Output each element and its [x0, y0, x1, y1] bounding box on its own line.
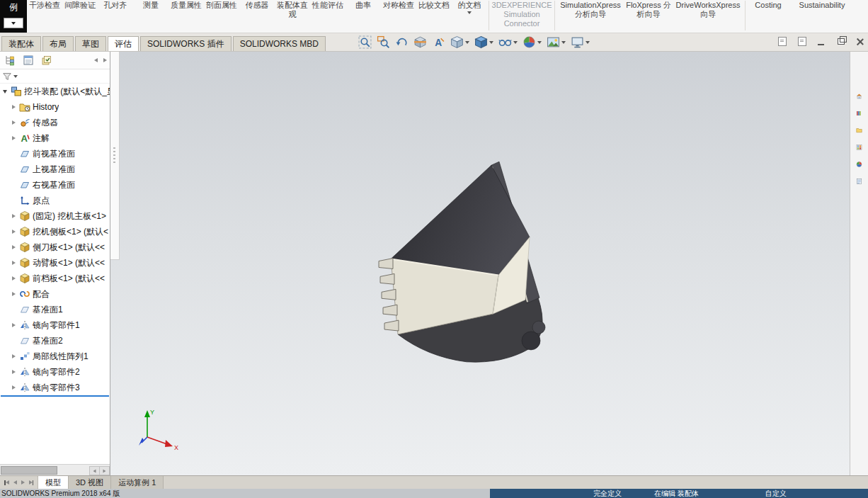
tab-sketch[interactable]: 草图	[75, 36, 106, 51]
expand-arrow[interactable]	[10, 105, 17, 109]
zoom-to-fit-button[interactable]	[358, 35, 372, 50]
tree-horizontal-scrollbar[interactable]	[0, 464, 110, 475]
corner-dropdown[interactable]	[4, 18, 23, 28]
expand-arrow[interactable]	[10, 292, 17, 296]
sensor-button[interactable]: 传感器	[240, 0, 274, 11]
expand-arrow[interactable]	[10, 214, 17, 218]
3dexperience-connector-button[interactable]: 3DEXPERIENCE Simulation Connector	[491, 0, 552, 29]
scroll-right-icon[interactable]	[103, 58, 107, 62]
solidworks-resources-button[interactable]	[852, 89, 867, 103]
assembly-visualization-button[interactable]: 装配体直观	[275, 0, 309, 20]
scroll-right-button[interactable]	[99, 466, 110, 475]
doc-tab-3d-views[interactable]: 3D 视图	[69, 476, 111, 489]
clearance-verification-button[interactable]: 间隙验证	[63, 0, 97, 11]
propertymanager-tab[interactable]	[21, 53, 35, 67]
tab-layout[interactable]: 布局	[42, 36, 74, 51]
tab-solidworks-addins[interactable]: SOLIDWORKS 插件	[140, 36, 232, 51]
zoom-to-area-button[interactable]	[376, 35, 391, 50]
tree-item-sensors[interactable]: 传感器	[0, 115, 110, 130]
symmetry-check-button[interactable]: 对称检查	[382, 0, 416, 11]
dynamic-annotation-views-button[interactable]	[431, 35, 446, 50]
tree-item-boom-board[interactable]: 动臂板<1> (默认<<	[0, 255, 110, 271]
tree-item-origin[interactable]: 原点	[0, 193, 110, 208]
restore-icon[interactable]	[838, 38, 845, 45]
apply-scene-button[interactable]	[546, 35, 566, 50]
section-view-button[interactable]	[413, 35, 428, 50]
expand-arrow[interactable]	[10, 354, 17, 358]
expand-arrow[interactable]	[10, 370, 17, 374]
interference-check-button[interactable]: 干涉检查	[28, 0, 62, 11]
featuremanager-flyout-splitter[interactable]	[110, 52, 120, 260]
expand-arrow[interactable]	[10, 136, 17, 140]
hole-alignment-button[interactable]: 孔对齐	[98, 0, 132, 11]
tree-item-history[interactable]: History	[0, 99, 110, 115]
scrollbar-thumb[interactable]	[1, 466, 57, 475]
tree-item-assembly-root[interactable]: 挖斗装配 (默认<默认_显	[0, 84, 110, 99]
previous-tab-button[interactable]	[13, 480, 17, 485]
mass-properties-button[interactable]: 质量属性	[169, 0, 203, 11]
scroll-left-button[interactable]	[89, 466, 100, 475]
filter-funnel-icon[interactable]	[2, 72, 12, 81]
simulationxpress-wizard-button[interactable]: SimulationXpress 分析向导	[557, 0, 624, 20]
scroll-left-icon[interactable]	[94, 58, 98, 62]
doc-tab-motion-study1[interactable]: 运动算例 1	[111, 476, 164, 489]
tree-item-annotations[interactable]: 注解	[0, 130, 110, 146]
minimize-icon[interactable]	[818, 44, 824, 45]
tab-evaluate[interactable]: 评估	[108, 36, 139, 51]
floxpress-wizard-button[interactable]: FloXpress 分析向导	[625, 0, 672, 20]
expand-arrow[interactable]	[10, 245, 17, 249]
hide-show-items-button[interactable]	[498, 35, 518, 50]
custom-properties-button[interactable]	[852, 174, 867, 188]
design-library-button[interactable]	[852, 106, 867, 120]
expand-arrow[interactable]	[10, 230, 17, 234]
tree-item-plane1[interactable]: 基准面1	[0, 302, 110, 317]
costing-button[interactable]: Costing	[748, 0, 789, 11]
last-tab-button[interactable]	[29, 480, 34, 485]
view-palette-button[interactable]	[852, 140, 867, 154]
compare-documents-button[interactable]: 比较文档	[417, 0, 451, 11]
tree-item-side-board[interactable]: 挖机侧板<1> (默认<	[0, 224, 110, 239]
featuremanager-tree-tab[interactable]	[3, 53, 17, 67]
tree-item-right-plane[interactable]: 右视基准面	[0, 177, 110, 193]
tree-item-local-linear-pattern1[interactable]: 局部线性阵列1	[0, 349, 110, 364]
view-settings-button[interactable]	[570, 35, 590, 50]
chevron-down-icon[interactable]	[13, 75, 18, 78]
expand-arrow[interactable]	[10, 261, 17, 265]
expand-arrow[interactable]	[10, 276, 17, 281]
model-canvas[interactable]	[110, 52, 850, 475]
doc-window-icon[interactable]	[798, 37, 806, 46]
tree-item-mirror-component3[interactable]: 镜向零部件3	[0, 380, 110, 395]
appearances-scenes-button[interactable]	[852, 157, 867, 171]
expand-arrow[interactable]	[10, 120, 17, 125]
sustainability-button[interactable]: Sustainability	[790, 0, 854, 11]
display-style-button[interactable]	[474, 35, 494, 50]
bucket-model[interactable]	[379, 162, 545, 362]
first-tab-button[interactable]	[4, 480, 9, 485]
view-orientation-button[interactable]	[450, 35, 470, 50]
status-customize[interactable]: 自定义	[765, 489, 787, 498]
doc-tab-model[interactable]: 模型	[38, 476, 69, 489]
performance-evaluation-button[interactable]: 性能评估	[311, 0, 345, 11]
curvature-button[interactable]: 曲率	[346, 0, 380, 11]
edit-appearance-button[interactable]	[522, 35, 542, 50]
file-explorer-button[interactable]	[852, 123, 867, 137]
expand-arrow[interactable]	[10, 323, 17, 327]
section-properties-button[interactable]: 剖面属性	[205, 0, 239, 11]
tree-item-top-plane[interactable]: 上视基准面	[0, 162, 110, 177]
measure-button[interactable]: 测量	[134, 0, 168, 11]
next-tab-button[interactable]	[21, 480, 25, 485]
tree-item-mirror-component1[interactable]: 镜向零部件1	[0, 317, 110, 333]
close-icon[interactable]	[856, 38, 864, 45]
tab-assembly[interactable]: 装配体	[1, 36, 41, 51]
tab-solidworks-mbd[interactable]: SOLIDWORKS MBD	[233, 36, 326, 51]
tree-item-front-guard-board[interactable]: 前档板<1> (默认<<	[0, 271, 110, 286]
tree-item-main-board[interactable]: (固定) 挖机主板<1>	[0, 208, 110, 224]
tree-item-mates[interactable]: 配合	[0, 286, 110, 302]
expand-arrow[interactable]	[10, 385, 17, 390]
tree-item-front-plane[interactable]: 前视基准面	[0, 146, 110, 162]
doc-window-icon[interactable]	[778, 37, 787, 46]
expand-arrow[interactable]	[1, 90, 8, 94]
compare-docs-dropdown-button[interactable]: 的文档	[452, 0, 486, 15]
graphics-viewport[interactable]: Y X	[110, 52, 850, 475]
tree-item-side-knife-board[interactable]: 侧刀板<1> (默认<<	[0, 239, 110, 255]
